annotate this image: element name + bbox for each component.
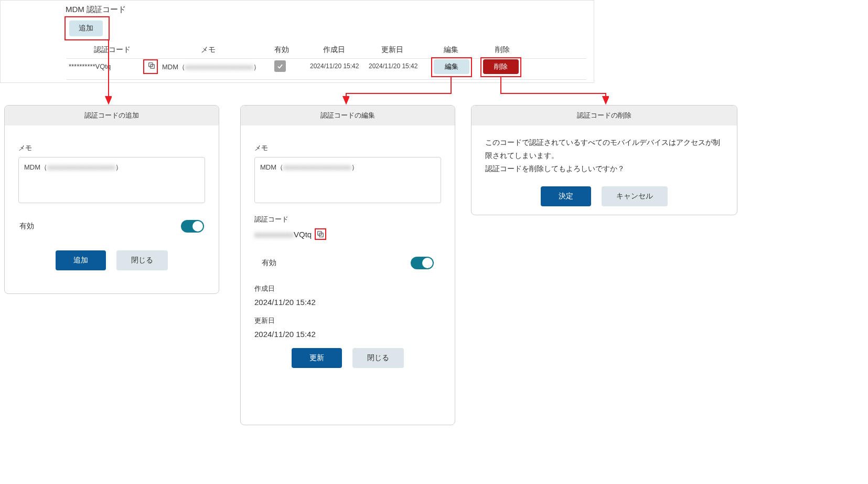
- th-created: 作成日: [323, 45, 345, 55]
- edit-updated-value: 2024/11/20 15:42: [254, 330, 441, 339]
- delete-line2: 認証コードを削除してもよろしいですか？: [485, 164, 625, 173]
- th-valid: 有効: [274, 45, 289, 55]
- delete-button[interactable]: 削除: [483, 59, 519, 74]
- delete-line1: このコードで認証されているすべてのモバイルデバイスはアクセスが制限されてしまいま…: [485, 138, 720, 160]
- edit-code-label: 認証コード: [254, 215, 441, 224]
- memo-blur: xxxxxxxxxxxxxxxxxxxx: [47, 163, 115, 171]
- add-memo-input[interactable]: MDM（xxxxxxxxxxxxxxxxxxxx）: [18, 157, 205, 203]
- add-submit-button[interactable]: 追加: [56, 250, 106, 270]
- highlight-copy2: [315, 228, 326, 240]
- add-close-button[interactable]: 閉じる: [116, 250, 168, 270]
- edit-created-value: 2024/11/20 15:42: [254, 298, 441, 307]
- cell-code: **********VQtq: [69, 62, 111, 70]
- th-memo: メモ: [201, 45, 216, 55]
- edit-close-button[interactable]: 閉じる: [352, 348, 404, 368]
- memo-blur: xxxxxxxxxxxxxxxxxxxx: [283, 163, 351, 171]
- code-suffix: VQtq: [294, 230, 312, 239]
- page-title: MDM 認証コード: [66, 5, 126, 15]
- edit-memo-input[interactable]: MDM（xxxxxxxxxxxxxxxxxxxx）: [254, 157, 441, 203]
- edit-dialog: 認証コードの編集 メモ MDM（xxxxxxxxxxxxxxxxxxxx） 認証…: [240, 105, 455, 425]
- edit-memo-label: メモ: [254, 143, 441, 153]
- cell-created: 2024/11/20 15:42: [310, 62, 359, 70]
- th-code: 認証コード: [94, 45, 131, 55]
- memo-blur: xxxxxxxxxxxxxxxxxxxx: [185, 63, 253, 71]
- delete-dialog-title: 認証コードの削除: [471, 106, 737, 125]
- copy-icon[interactable]: [316, 230, 325, 238]
- edit-dialog-title: 認証コードの編集: [241, 106, 455, 125]
- divider: [67, 79, 586, 80]
- th-delete: 削除: [495, 45, 510, 55]
- cell-memo: MDM（xxxxxxxxxxxxxxxxxxxx）: [162, 62, 260, 72]
- memo-prefix: MDM（: [24, 163, 47, 171]
- memo-suffix: ）: [351, 163, 358, 171]
- edit-code-value: xxxxxxxxxxVQtq: [254, 228, 441, 240]
- cell-updated: 2024/11/20 15:42: [369, 62, 417, 70]
- edit-updated-label: 更新日: [254, 316, 441, 325]
- edit-update-button[interactable]: 更新: [292, 348, 342, 368]
- th-edit: 編集: [444, 45, 458, 55]
- add-button[interactable]: 追加: [69, 20, 103, 36]
- add-dialog-title: 認証コードの追加: [5, 106, 219, 125]
- memo-suffix: ）: [253, 63, 260, 71]
- edit-valid-label: 有効: [262, 258, 276, 268]
- edit-button[interactable]: 編集: [434, 59, 469, 74]
- copy-icon[interactable]: [147, 61, 156, 70]
- edit-valid-toggle[interactable]: [411, 257, 434, 269]
- add-dialog: 認証コードの追加 メモ MDM（xxxxxxxxxxxxxxxxxxxx） 有効…: [4, 105, 219, 294]
- delete-confirm-button[interactable]: 決定: [541, 186, 591, 206]
- add-memo-label: メモ: [18, 143, 205, 153]
- memo-prefix: MDM（: [260, 163, 283, 171]
- th-updated: 更新日: [381, 45, 403, 55]
- add-valid-label: 有効: [19, 222, 34, 231]
- add-valid-toggle[interactable]: [181, 220, 204, 233]
- delete-dialog: 認証コードの削除 このコードで認証されているすべてのモバイルデバイスはアクセスが…: [471, 105, 737, 215]
- divider: [67, 58, 586, 59]
- code-blur: xxxxxxxxxx: [254, 230, 294, 239]
- edit-created-label: 作成日: [254, 284, 441, 293]
- delete-cancel-button[interactable]: キャンセル: [602, 186, 668, 206]
- memo-prefix: MDM（: [162, 63, 185, 71]
- mdm-code-panel: MDM 認証コード 追加 認証コード メモ 有効 作成日 更新日 編集 削除 *…: [0, 0, 594, 83]
- cell-valid-checkbox: [274, 60, 286, 72]
- memo-suffix: ）: [115, 163, 122, 171]
- delete-warning-text: このコードで認証されているすべてのモバイルデバイスはアクセスが制限されてしまいま…: [485, 136, 723, 176]
